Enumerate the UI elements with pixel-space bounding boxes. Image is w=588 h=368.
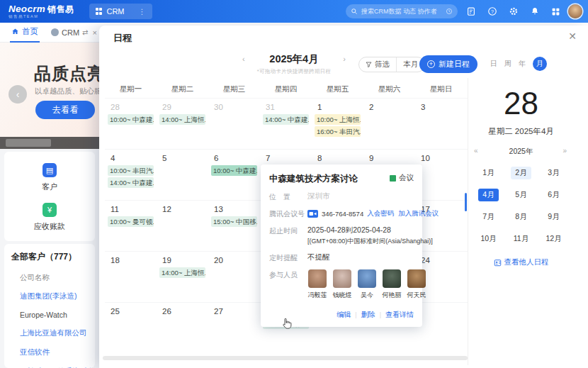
month-cell[interactable]: 9月 <box>543 211 563 223</box>
action-link[interactable]: 删除 <box>361 311 375 318</box>
search-input[interactable]: 搜索CRM数据 动态 协作者 <box>346 4 458 18</box>
drag-hint: *可拖动卡片快捷调整跨期日程 <box>234 68 354 75</box>
day-cell[interactable]: 2914:00~ 上海恒... <box>157 99 208 149</box>
participant-avatar <box>407 269 426 288</box>
event-chip[interactable]: 14:00~ 上海恒... <box>159 114 205 125</box>
tab-crm[interactable]: CRM ⇄ × <box>51 28 97 37</box>
company-row[interactable]: 迪图集团(李泳造) <box>20 291 95 301</box>
app-item-customer[interactable]: ▤ 客户 <box>4 163 95 192</box>
history-clock-icon[interactable] <box>446 8 453 15</box>
day-cell[interactable]: 27 <box>208 303 260 353</box>
filter-group: 筛选 本月 <box>358 57 425 72</box>
event-chip[interactable]: 15:00~ 中国移... <box>211 216 257 227</box>
day-cell[interactable]: 410:00~ 丰田汽...14:00~ 中森建... <box>105 150 157 200</box>
tencent-meeting-icon <box>307 210 318 218</box>
company-row[interactable]: Europe-Watch <box>20 311 95 319</box>
month-cell[interactable]: 8月 <box>511 211 531 223</box>
divider: | <box>380 311 381 318</box>
event-chip[interactable]: 10:00~ 丰田汽... <box>108 165 154 176</box>
month-cell[interactable]: 12月 <box>541 233 565 245</box>
month-cell[interactable]: 11月 <box>509 233 533 245</box>
banner-button[interactable]: 去看看 <box>35 101 95 119</box>
month-cell[interactable]: 5月 <box>511 189 531 201</box>
memo-icon[interactable] <box>465 6 476 17</box>
view-option[interactable]: 年 <box>519 59 526 69</box>
members-label: 参与人员 <box>269 269 307 300</box>
month-cell[interactable]: 2月 <box>511 167 531 179</box>
tab-home-label: 首页 <box>22 26 38 37</box>
day-cell[interactable]: 1914:00~ 上海恒... <box>157 252 208 302</box>
selected-day-subtitle: 星期二 2025年4月 <box>468 126 574 137</box>
day-cell[interactable]: 5 <box>157 150 208 200</box>
day-cell[interactable]: 610:00~ 中森建... <box>208 150 260 200</box>
day-cell[interactable]: 3 <box>415 99 467 149</box>
month-cell[interactable]: 7月 <box>478 211 498 223</box>
event-chip[interactable]: 10:00~ 曼可顿... <box>108 216 154 227</box>
day-cell[interactable]: 26 <box>157 303 208 353</box>
app-item-receivable[interactable]: ¥ 应收账款 <box>4 203 95 232</box>
company-row[interactable]: 上海比亚迪有限公司 <box>20 328 95 338</box>
event-chip[interactable]: 10:00~ 中森建... <box>211 165 257 176</box>
home-icon <box>11 28 19 35</box>
user-avatar[interactable] <box>568 4 582 18</box>
next-year-icon[interactable]: » <box>562 147 567 155</box>
company-row[interactable]: 亚信软件 <box>20 347 95 357</box>
participant: 冯毅莲 <box>307 269 327 300</box>
day-cell[interactable]: 18 <box>105 252 157 302</box>
weekday-header-row: 星期一星期二星期三星期四星期五星期六星期日 <box>105 81 468 98</box>
prev-year-icon[interactable]: « <box>474 147 478 155</box>
event-chip[interactable]: 16:00~ 丰田汽... <box>315 126 361 137</box>
event-chip[interactable]: 14:00~ 中森建... <box>108 177 154 188</box>
day-cell[interactable] <box>415 303 467 353</box>
horizontal-scrollbar[interactable] <box>103 356 468 360</box>
event-chip[interactable]: 10:00~ 中森建... <box>108 114 154 125</box>
app-switcher-tab[interactable]: CRM ⋮ <box>89 4 152 19</box>
day-cell[interactable]: 1110:00~ 曼可顿... <box>105 201 157 251</box>
vertical-scroll-thumb[interactable] <box>465 193 467 211</box>
event-chip[interactable]: 14:00~ 上海恒... <box>159 267 205 278</box>
prev-month-icon[interactable]: ‹ <box>242 55 245 63</box>
swap-icon[interactable]: ⇄ <box>82 28 88 36</box>
event-chip[interactable]: 10:00~ 上海恒... <box>315 114 361 125</box>
view-option-active[interactable]: 月 <box>533 57 547 71</box>
day-cell[interactable]: 110:00~ 上海恒...16:00~ 丰田汽... <box>312 99 363 149</box>
banner-caption-bar <box>0 137 99 149</box>
settings-gear-icon[interactable] <box>508 6 519 17</box>
close-modal-icon[interactable]: ✕ <box>568 30 577 42</box>
month-cell[interactable]: 6月 <box>543 189 563 201</box>
action-link[interactable]: 编辑 <box>337 311 351 318</box>
day-cell[interactable]: 1315:00~ 中国移... <box>208 201 260 251</box>
view-option[interactable]: 周 <box>504 59 511 69</box>
action-link[interactable]: 查看详情 <box>385 311 414 318</box>
day-cell[interactable]: 30 <box>208 99 260 149</box>
help-icon[interactable]: ? <box>487 6 497 17</box>
event-chip[interactable]: 14:00~ 中森建... <box>263 114 309 125</box>
day-cell[interactable]: 10 <box>415 150 467 200</box>
month-cell[interactable]: 10月 <box>476 233 500 245</box>
notification-bell-icon[interactable] <box>529 6 540 17</box>
close-tab-icon[interactable]: × <box>92 28 96 37</box>
month-cell[interactable]: 1月 <box>478 167 498 179</box>
day-cell[interactable]: 12 <box>157 201 208 251</box>
apps-grid-icon[interactable] <box>550 6 561 17</box>
month-cell[interactable]: 4月 <box>478 189 498 201</box>
day-cell[interactable]: 2 <box>363 99 415 149</box>
meeting-link[interactable]: 加入腾讯会议 <box>398 209 439 217</box>
year-navigator: « 2025年 » <box>468 147 574 158</box>
month-cell[interactable]: 3月 <box>543 167 563 179</box>
new-event-button[interactable]: + 新建日程 <box>419 55 477 73</box>
view-option[interactable]: 日 <box>490 59 497 69</box>
carousel-prev-button[interactable]: ‹ <box>9 85 27 104</box>
tab-home[interactable]: 首页 <box>10 23 40 43</box>
filter-button[interactable]: 筛选 <box>359 57 396 72</box>
meeting-link[interactable]: 入会密码 <box>367 209 394 217</box>
day-cell[interactable]: 20 <box>208 252 260 302</box>
day-number: 31 <box>266 103 312 113</box>
view-others-schedule-link[interactable]: 查看他人日程 <box>468 257 574 267</box>
day-cell[interactable]: 25 <box>105 303 157 353</box>
next-month-icon[interactable]: › <box>343 55 346 63</box>
day-cell[interactable]: 2810:00~ 中森建... <box>105 99 157 149</box>
more-icon[interactable]: ⋮ <box>139 8 146 16</box>
meeting-number-label: 腾讯会议号 <box>269 208 307 219</box>
day-cell[interactable]: 3114:00~ 中森建... <box>260 99 312 149</box>
